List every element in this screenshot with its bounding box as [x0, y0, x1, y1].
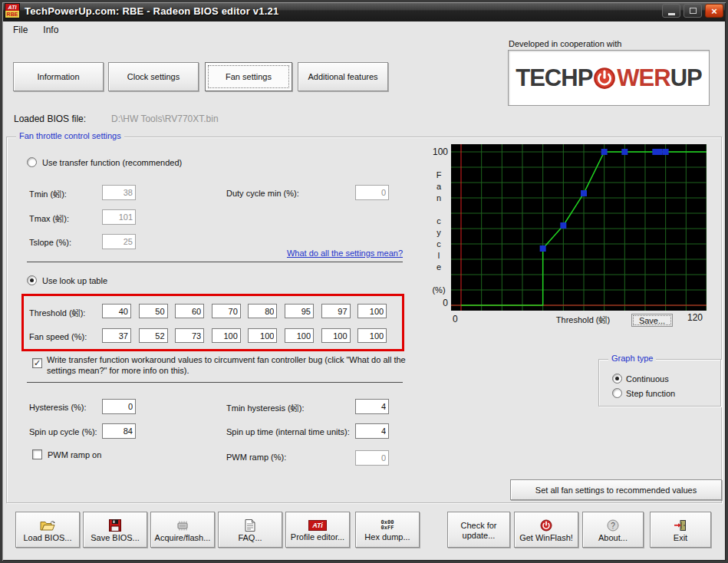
- about-button[interactable]: ? About...: [582, 512, 644, 548]
- logo-text-wer: WER: [617, 64, 670, 92]
- save-bios-button[interactable]: Save BIOS...: [83, 512, 147, 548]
- threshold-input[interactable]: [321, 304, 351, 318]
- graph-x-max-tick: 120: [687, 312, 703, 323]
- check-update-label: Check for update...: [453, 521, 504, 541]
- graph-y-axis-letter: F: [430, 170, 448, 182]
- check-update-button[interactable]: Check for update...: [447, 512, 510, 548]
- folder-open-icon: [40, 520, 55, 532]
- tmin-input[interactable]: [102, 185, 136, 200]
- graph-y-axis-letter: e: [430, 262, 448, 274]
- developed-caption: Developed in cooperation with: [509, 39, 621, 48]
- fanspeed-input[interactable]: [321, 328, 351, 343]
- threshold-row-label: Threshold (蚓):: [29, 308, 85, 319]
- tab-additional-features[interactable]: Additional features: [298, 62, 388, 91]
- workaround-checkbox-label: Write transfer function workaround value…: [47, 354, 407, 376]
- profile-editor-button[interactable]: ATi Profile editor...: [285, 512, 350, 548]
- tslope-label: Tslope (%):: [29, 238, 71, 247]
- spinup-cycle-label: Spin up cycle (%):: [29, 427, 97, 436]
- tmin-hysteresis-label: Tmin hysteresis (蚓):: [226, 403, 304, 414]
- graph-y-axis-letter: (%): [430, 285, 448, 297]
- fan-curve-point[interactable]: [581, 190, 587, 196]
- hex-dump-label: Hex dump...: [364, 532, 410, 542]
- menubar: File Info: [2, 21, 726, 38]
- minimize-button[interactable]: [662, 4, 680, 18]
- load-bios-button[interactable]: Load BIOS...: [15, 512, 80, 548]
- pwm-ramp-on-label: PWM ramp on: [48, 450, 101, 459]
- load-bios-label: Load BIOS...: [24, 533, 72, 542]
- fanspeed-input[interactable]: [285, 328, 314, 343]
- fanspeed-input[interactable]: [102, 328, 131, 343]
- pwm-ramp-input[interactable]: [355, 450, 389, 466]
- graph-y-axis-letter: [430, 205, 448, 216]
- tmax-input[interactable]: [102, 209, 136, 225]
- duty-cycle-min-input[interactable]: [355, 185, 389, 200]
- fan-curve-point[interactable]: [657, 149, 663, 155]
- transfer-function-label: Use transfer function (recommended): [42, 158, 182, 167]
- threshold-input[interactable]: [139, 304, 168, 318]
- lookup-table-label: Use look up table: [42, 276, 107, 285]
- close-button[interactable]: ×: [705, 4, 723, 18]
- workaround-checkbox[interactable]: ✓: [32, 358, 42, 368]
- svg-text:?: ?: [611, 522, 615, 530]
- tab-information[interactable]: Information: [13, 62, 104, 91]
- lookup-table-radio[interactable]: [27, 275, 37, 285]
- fanspeed-input[interactable]: [139, 328, 168, 343]
- threshold-input[interactable]: [175, 304, 204, 318]
- spinup-time-input[interactable]: [355, 423, 389, 439]
- graph-y-axis-letter: [430, 274, 448, 285]
- threshold-input[interactable]: [212, 304, 241, 318]
- graph-y-min-tick: 0: [427, 298, 448, 308]
- floppy-disk-icon: [109, 519, 121, 532]
- menu-file[interactable]: File: [7, 23, 34, 37]
- check-icon: ✓: [34, 358, 41, 367]
- hex-dump-button[interactable]: 0x000xFF Hex dump...: [355, 512, 420, 548]
- app-icon-ati: ATI: [5, 4, 19, 11]
- logo-text-up: UP: [670, 64, 702, 92]
- threshold-input[interactable]: [248, 304, 277, 318]
- fanspeed-input[interactable]: [357, 328, 387, 343]
- acquire-flash-button[interactable]: Acquire/flash...: [150, 512, 215, 548]
- fan-curve-point[interactable]: [560, 222, 566, 229]
- save-graph-button[interactable]: Save...: [631, 314, 673, 327]
- threshold-input[interactable]: [285, 304, 314, 318]
- fan-curve-graph[interactable]: [451, 144, 707, 311]
- settings-help-link[interactable]: What do all the settings mean?: [287, 249, 403, 258]
- logo-text-techp: TECHP: [516, 64, 592, 92]
- tab-fan-settings[interactable]: Fan settings: [205, 62, 292, 91]
- threshold-input[interactable]: [102, 304, 131, 318]
- chip-icon: [175, 520, 190, 532]
- fan-curve-point[interactable]: [540, 245, 546, 252]
- exit-button[interactable]: Exit: [650, 512, 711, 548]
- fanspeed-input[interactable]: [212, 328, 241, 343]
- spinup-time-label: Spin up time (internal time units):: [226, 427, 350, 436]
- hysteresis-input[interactable]: [102, 399, 136, 414]
- fan-curve-plot[interactable]: [451, 144, 707, 311]
- menu-info[interactable]: Info: [37, 23, 64, 37]
- tmin-hysteresis-input[interactable]: [355, 399, 389, 414]
- tab-clock-settings[interactable]: Clock settings: [108, 62, 199, 91]
- titlebar[interactable]: ATI RBE TechPowerUp.com: RBE - Radeon BI…: [0, 0, 728, 21]
- fan-curve-point[interactable]: [601, 149, 608, 155]
- get-winflash-label: Get WinFlash!: [519, 533, 573, 542]
- fanspeed-input[interactable]: [175, 328, 204, 343]
- transfer-function-radio[interactable]: [27, 157, 37, 167]
- graph-y-axis-letter: c: [430, 239, 448, 251]
- fan-curve-point[interactable]: [621, 149, 628, 155]
- graph-y-axis-letter: l: [430, 251, 448, 262]
- maximize-button[interactable]: [684, 4, 702, 18]
- pwm-ramp-on-checkbox[interactable]: [32, 449, 42, 459]
- fan-curve-point[interactable]: [663, 149, 669, 155]
- loaded-bios-path: D:\HW Tools\RV770XT.bin: [111, 114, 219, 124]
- tslope-input[interactable]: [102, 234, 136, 249]
- threshold-input[interactable]: [357, 304, 387, 318]
- app-icon-rbe: RBE: [5, 11, 19, 18]
- about-label: About...: [598, 533, 628, 542]
- set-recommended-button[interactable]: Set all fan settings to recommended valu…: [510, 479, 722, 500]
- get-winflash-button[interactable]: Get WinFlash!: [514, 512, 578, 548]
- spinup-cycle-input[interactable]: [102, 423, 136, 439]
- fanspeed-input[interactable]: [248, 328, 277, 343]
- graph-type-step-radio[interactable]: [612, 388, 622, 398]
- graph-type-continuous-radio[interactable]: [612, 374, 622, 384]
- maximize-icon: [690, 8, 697, 14]
- faq-button[interactable]: FAQ...: [218, 512, 282, 548]
